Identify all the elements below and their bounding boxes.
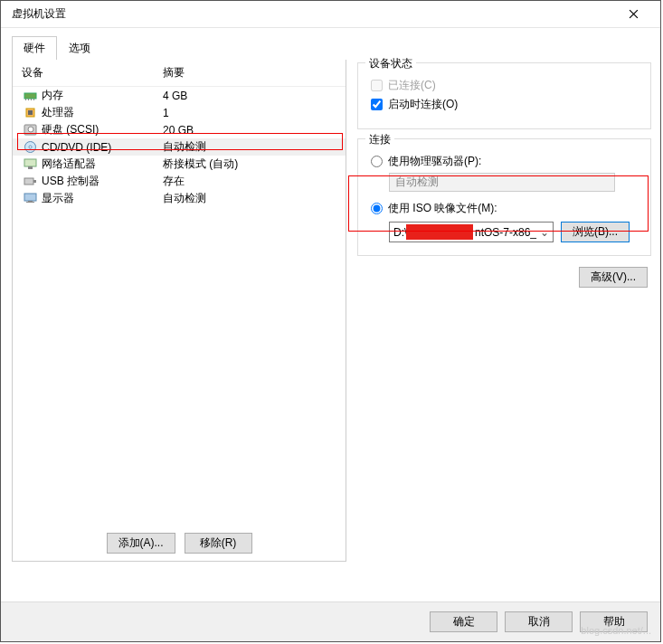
browse-button[interactable]: 浏览(B)... <box>561 222 630 242</box>
svg-point-8 <box>28 127 33 132</box>
device-summary: 自动检测 <box>163 139 338 155</box>
content-area: 硬件 选项 设备 摘要 内存4 GB处理器1硬盘 (SCSI)20 GBCD/D… <box>1 28 660 562</box>
hardware-row-cd[interactable]: CD/DVD (IDE)自动检测 <box>13 138 346 156</box>
device-summary: 存在 <box>163 174 338 189</box>
connected-checkbox <box>371 80 383 91</box>
svg-rect-12 <box>28 166 33 169</box>
connect-poweron-label: 启动时连接(O) <box>388 97 458 112</box>
connect-poweron-row[interactable]: 启动时连接(O) <box>371 97 638 112</box>
svg-rect-2 <box>28 99 29 100</box>
ok-button[interactable]: 确定 <box>430 611 497 632</box>
svg-rect-0 <box>24 93 36 99</box>
advanced-button[interactable]: 高级(V)... <box>579 267 648 288</box>
svg-rect-11 <box>24 159 36 166</box>
tab-strip: 硬件 选项 <box>12 35 346 61</box>
hardware-header: 设备 摘要 <box>13 60 346 87</box>
hardware-row-net[interactable]: 网络适配器桥接模式 (自动) <box>13 156 346 173</box>
device-summary: 4 GB <box>163 90 338 102</box>
device-name: USB 控制器 <box>42 174 163 189</box>
use-physical-label: 使用物理驱动器(P): <box>388 154 481 169</box>
svg-rect-14 <box>33 180 36 183</box>
hardware-row-memory[interactable]: 内存4 GB <box>13 87 346 104</box>
iso-path-suffix: ntOS-7-x86_ <box>475 226 536 239</box>
titlebar: 虚拟机设置 <box>1 1 660 28</box>
hardware-row-usb[interactable]: USB 控制器存在 <box>13 173 346 190</box>
device-summary: 1 <box>163 107 338 119</box>
usb-icon <box>22 175 38 188</box>
cancel-button[interactable]: 取消 <box>505 611 573 632</box>
tab-hardware[interactable]: 硬件 <box>12 36 57 61</box>
device-name: 硬盘 (SCSI) <box>42 122 163 137</box>
device-summary: 20 GB <box>163 124 338 137</box>
device-status-legend: 设备状态 <box>365 56 416 71</box>
advanced-row: 高级(V)... <box>357 267 651 288</box>
use-iso-row[interactable]: 使用 ISO 映像文件(M): <box>371 201 638 216</box>
hardware-row-disk[interactable]: 硬盘 (SCSI)20 GB <box>13 121 346 138</box>
device-summary: 自动检测 <box>163 191 338 206</box>
connect-poweron-checkbox[interactable] <box>371 99 383 110</box>
use-physical-radio[interactable] <box>371 156 383 167</box>
close-button[interactable] <box>615 2 651 27</box>
iso-path-combo[interactable]: D:\ ntOS-7-x86_ ⌄ <box>389 222 554 242</box>
col-device: 设备 <box>22 65 163 80</box>
window-title: 虚拟机设置 <box>12 6 66 22</box>
display-icon <box>22 192 38 205</box>
help-button[interactable]: 帮助 <box>580 611 648 632</box>
device-name: 显示器 <box>42 191 163 206</box>
close-icon <box>629 9 639 19</box>
svg-rect-13 <box>24 178 33 185</box>
svg-point-10 <box>29 146 32 148</box>
remove-button[interactable]: 移除(R) <box>185 533 252 554</box>
add-button[interactable]: 添加(A)... <box>107 533 175 554</box>
connected-label: 已连接(C) <box>388 78 436 93</box>
disk-icon <box>22 123 38 137</box>
device-name: 内存 <box>42 88 163 103</box>
svg-rect-17 <box>26 202 34 203</box>
connection-legend: 连接 <box>365 132 394 147</box>
device-name: 处理器 <box>42 105 163 120</box>
memory-icon <box>22 89 38 102</box>
col-summary: 摘要 <box>163 65 338 80</box>
cd-icon <box>22 140 38 154</box>
use-iso-radio[interactable] <box>371 203 383 214</box>
left-panel: 硬件 选项 设备 摘要 内存4 GB处理器1硬盘 (SCSI)20 GBCD/D… <box>12 35 346 562</box>
vm-settings-dialog: 虚拟机设置 硬件 选项 设备 摘要 内存4 GB处理器1硬盘 (SCSI)20 … <box>0 0 661 642</box>
chevron-down-icon[interactable]: ⌄ <box>538 226 551 239</box>
device-name: 网络适配器 <box>42 156 163 172</box>
svg-rect-15 <box>24 194 36 201</box>
right-panel: 设备状态 已连接(C) 启动时连接(O) 连接 使用物理驱动器(P): 自动检测 <box>357 35 651 562</box>
svg-rect-1 <box>25 99 26 100</box>
connected-checkbox-row: 已连接(C) <box>371 78 638 93</box>
svg-rect-3 <box>31 99 32 100</box>
device-status-group: 设备状态 已连接(C) 启动时连接(O) <box>357 62 651 129</box>
add-remove-row: 添加(A)... 移除(R) <box>13 533 346 554</box>
connection-group: 连接 使用物理驱动器(P): 自动检测 使用 ISO 映像文件(M): D:\ <box>357 138 651 256</box>
svg-rect-4 <box>33 99 34 100</box>
svg-rect-6 <box>28 110 33 115</box>
net-icon <box>22 157 38 171</box>
physical-drive-value: 自动检测 <box>395 175 439 190</box>
tab-options[interactable]: 选项 <box>57 36 102 61</box>
iso-path-redacted <box>406 224 473 240</box>
physical-drive-dropdown: 自动检测 <box>389 173 615 192</box>
use-iso-label: 使用 ISO 映像文件(M): <box>388 201 497 216</box>
hardware-list: 设备 摘要 内存4 GB处理器1硬盘 (SCSI)20 GBCD/DVD (ID… <box>12 60 346 562</box>
hardware-row-display[interactable]: 显示器自动检测 <box>13 190 346 207</box>
hardware-row-cpu[interactable]: 处理器1 <box>13 104 346 121</box>
svg-rect-16 <box>28 201 33 202</box>
dialog-footer: 确定 取消 帮助 <box>1 601 660 641</box>
use-physical-row[interactable]: 使用物理驱动器(P): <box>371 154 638 169</box>
device-summary: 桥接模式 (自动) <box>163 156 338 172</box>
device-name: CD/DVD (IDE) <box>42 141 163 154</box>
cpu-icon <box>22 106 38 119</box>
iso-file-row: D:\ ntOS-7-x86_ ⌄ 浏览(B)... <box>389 222 638 242</box>
